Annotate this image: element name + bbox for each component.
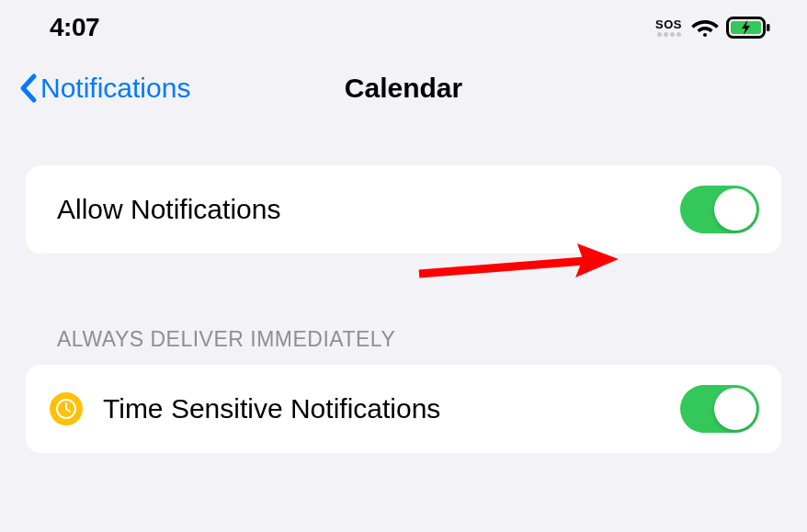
back-button[interactable]: Notifications	[18, 73, 190, 104]
settings-group-main: Allow Notifications	[26, 165, 781, 254]
status-time: 4:07	[50, 13, 99, 42]
back-label: Notifications	[40, 73, 190, 104]
status-bar: 4:07 SOS	[0, 0, 807, 55]
settings-group-deliver: Time Sensitive Notifications	[26, 365, 781, 453]
toggle-time-sensitive[interactable]	[680, 385, 759, 433]
chevron-left-icon	[18, 73, 39, 104]
row-label: Allow Notifications	[57, 194, 280, 225]
nav-header: Notifications Calendar	[0, 55, 807, 121]
svg-rect-2	[767, 24, 770, 31]
section-header: ALWAYS DELIVER IMMEDIATELY	[57, 327, 807, 352]
row-time-sensitive[interactable]: Time Sensitive Notifications	[26, 365, 781, 453]
battery-charging-icon	[726, 17, 770, 39]
toggle-allow-notifications[interactable]	[680, 186, 759, 233]
wifi-icon	[691, 17, 719, 38]
toggle-knob	[714, 188, 756, 231]
clock-icon	[50, 392, 83, 425]
status-indicators: SOS	[655, 17, 770, 39]
row-allow-notifications[interactable]: Allow Notifications	[26, 165, 781, 254]
svg-line-4	[419, 261, 585, 274]
page-title: Calendar	[345, 73, 462, 104]
row-label: Time Sensitive Notifications	[103, 393, 440, 424]
sos-icon: SOS	[655, 18, 682, 37]
toggle-knob	[714, 388, 756, 430]
